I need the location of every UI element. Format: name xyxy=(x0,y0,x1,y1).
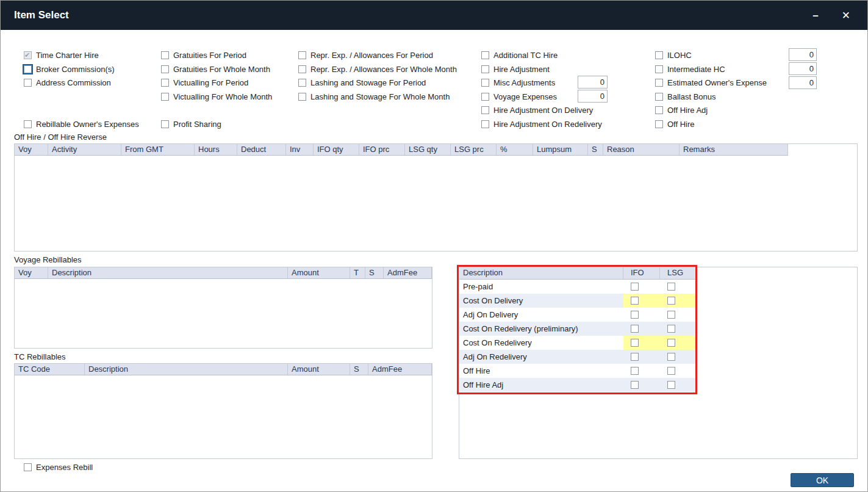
pre-paid-lsg-checkbox[interactable] xyxy=(667,283,675,291)
table-row-cost-on-redelivery-preliminary: Cost On Redelivery (preliminary) xyxy=(459,322,697,336)
row-description: Cost On Redelivery xyxy=(459,336,623,350)
checkbox-voyage-expenses[interactable]: Voyage Expenses xyxy=(481,92,557,101)
checkbox-off-hire[interactable]: Off Hire xyxy=(655,120,695,129)
checkbox-repr-exp-period[interactable]: Repr. Exp. / Allowances For Period xyxy=(298,51,433,60)
lashing-stowage-whole-month-checkbox[interactable] xyxy=(298,93,306,101)
col-header-voy: Voy xyxy=(15,267,48,278)
col-header-ifo: IFO xyxy=(623,267,660,279)
estimated-owners-expense-checkbox[interactable] xyxy=(655,79,663,87)
dialog-titlebar: Item Select – ✕ xyxy=(1,1,867,30)
adj-on-delivery-lsg-checkbox[interactable] xyxy=(667,311,675,319)
checkbox-hire-adjustment[interactable]: Hire Adjustment xyxy=(481,65,550,74)
profit-sharing-checkbox[interactable] xyxy=(161,120,169,128)
gratuities-for-whole-month-checkbox[interactable] xyxy=(161,65,169,73)
checkbox-intermediate-hc[interactable]: Intermediate HC xyxy=(655,65,725,74)
col-header-admfee: AdmFee xyxy=(368,364,432,375)
col-header-description: Description xyxy=(48,267,288,278)
off-hire-adj-ifo-checkbox[interactable] xyxy=(631,381,639,389)
checkbox-victualling-for-whole-month[interactable]: Victualling For Whole Month xyxy=(161,92,272,101)
checkbox-lashing-stowage-whole-month[interactable]: Lashing and Stowage For Whole Month xyxy=(298,92,450,101)
rebillable-owners-expenses-label: Rebillable Owner's Expenses xyxy=(36,120,139,129)
checkbox-hire-adjustment-on-delivery[interactable]: Hire Adjustment On Delivery xyxy=(481,106,593,115)
bunker-select-panel: Description IFO LSG Pre-paid Cost On Del… xyxy=(459,267,858,459)
off-hire-adj-lsg-checkbox[interactable] xyxy=(667,381,675,389)
ifo-cell xyxy=(623,364,660,378)
cost-on-redelivery-preliminary-lsg-checkbox[interactable] xyxy=(667,325,675,333)
off-hire-lsg-checkbox[interactable] xyxy=(667,367,675,375)
victualling-for-whole-month-checkbox[interactable] xyxy=(161,93,169,101)
expenses-rebill-checkbox[interactable] xyxy=(24,463,32,471)
lashing-stowage-period-checkbox[interactable] xyxy=(298,79,306,87)
additional-tc-hire-checkbox[interactable] xyxy=(481,51,489,59)
victualling-for-period-checkbox[interactable] xyxy=(161,79,169,87)
intermediate-hc-label: Intermediate HC xyxy=(667,65,725,74)
off-hire-label: Off Hire xyxy=(667,120,695,129)
repr-exp-whole-month-checkbox[interactable] xyxy=(298,65,306,73)
checkbox-additional-tc-hire[interactable]: Additional TC Hire xyxy=(481,51,558,60)
checkbox-rebillable-owners-expenses[interactable]: Rebillable Owner's Expenses xyxy=(24,120,139,129)
checkbox-gratuities-for-period[interactable]: Gratuities For Period xyxy=(161,51,246,60)
cost-on-redelivery-ifo-checkbox[interactable] xyxy=(631,339,639,347)
hire-adjustment-checkbox[interactable] xyxy=(481,65,489,73)
ballast-bonus-checkbox[interactable] xyxy=(655,93,663,101)
checkbox-address-commission[interactable]: Address Commission xyxy=(24,78,111,87)
checkbox-profit-sharing[interactable]: Profit Sharing xyxy=(161,120,221,129)
cost-on-delivery-lsg-checkbox[interactable] xyxy=(667,297,675,305)
checkbox-ballast-bonus[interactable]: Ballast Bonus xyxy=(655,92,716,101)
row-description: Adj On Delivery xyxy=(459,308,623,322)
off-hire-checkbox[interactable] xyxy=(655,120,663,128)
checkbox-off-hire-adj[interactable]: Off Hire Adj xyxy=(655,106,708,115)
item-select-dialog: Item Select – ✕ Time Charter Hire Broker… xyxy=(0,0,868,492)
checkbox-repr-exp-whole-month[interactable]: Repr. Exp. / Allowances For Whole Month xyxy=(298,65,457,74)
intermediate-hc-input[interactable] xyxy=(789,62,817,75)
rebillable-owners-expenses-checkbox[interactable] xyxy=(24,120,32,128)
hire-adjustment-on-redelivery-label: Hire Adjustment On Redelivery xyxy=(493,120,602,129)
checkbox-lashing-stowage-period[interactable]: Lashing and Stowage For Period xyxy=(298,78,426,87)
address-commission-checkbox[interactable] xyxy=(24,79,32,87)
misc-adjustments-input[interactable] xyxy=(578,76,608,89)
col-header-tc-code: TC Code xyxy=(15,364,85,375)
adj-on-delivery-ifo-checkbox[interactable] xyxy=(631,311,639,319)
checkbox-hire-adjustment-on-redelivery[interactable]: Hire Adjustment On Redelivery xyxy=(481,120,602,129)
checkbox-gratuities-for-whole-month[interactable]: Gratuities For Whole Month xyxy=(161,65,270,74)
repr-exp-period-checkbox[interactable] xyxy=(298,51,306,59)
checkbox-estimated-owners-expense[interactable]: Estimated Owner's Expense xyxy=(655,78,767,87)
checkbox-time-charter-hire[interactable]: Time Charter Hire xyxy=(24,51,99,60)
voyage-rebillables-section-label: Voyage Rebillables xyxy=(14,255,82,264)
adj-on-redelivery-ifo-checkbox[interactable] xyxy=(631,353,639,361)
broker-commissions-checkbox[interactable] xyxy=(24,65,32,73)
ilohc-input[interactable] xyxy=(789,48,817,61)
additional-tc-hire-label: Additional TC Hire xyxy=(493,51,558,60)
checkbox-ilohc[interactable]: ILOHC xyxy=(655,51,692,60)
misc-adjustments-checkbox[interactable] xyxy=(481,79,489,87)
close-icon[interactable]: ✕ xyxy=(842,10,850,21)
lsg-cell xyxy=(660,350,697,364)
adj-on-redelivery-lsg-checkbox[interactable] xyxy=(667,353,675,361)
voyage-expenses-checkbox[interactable] xyxy=(481,93,489,101)
ilohc-checkbox[interactable] xyxy=(655,51,663,59)
cost-on-delivery-ifo-checkbox[interactable] xyxy=(631,297,639,305)
pre-paid-ifo-checkbox[interactable] xyxy=(631,283,639,291)
intermediate-hc-checkbox[interactable] xyxy=(655,65,663,73)
cost-on-redelivery-preliminary-ifo-checkbox[interactable] xyxy=(631,325,639,333)
lashing-stowage-period-label: Lashing and Stowage For Period xyxy=(310,78,426,87)
lsg-cell xyxy=(660,308,697,322)
voyage-expenses-input[interactable] xyxy=(578,90,608,103)
estimated-owners-expense-input[interactable] xyxy=(789,76,817,89)
off-hire-adj-checkbox[interactable] xyxy=(655,106,663,114)
hire-adjustment-on-delivery-checkbox[interactable] xyxy=(481,106,489,114)
repr-exp-period-label: Repr. Exp. / Allowances For Period xyxy=(310,51,433,60)
dialog-title: Item Select xyxy=(14,9,69,21)
checkbox-misc-adjustments[interactable]: Misc Adjustments xyxy=(481,78,555,87)
minimize-icon[interactable]: – xyxy=(812,10,818,21)
gratuities-for-period-checkbox[interactable] xyxy=(161,51,169,59)
ok-button[interactable]: OK xyxy=(791,473,854,487)
tc-rebillables-table-header: TC Code Description Amount S AdmFee xyxy=(15,364,432,375)
col-header-deduct: Deduct xyxy=(237,144,286,155)
checkbox-victualling-for-period[interactable]: Victualling For Period xyxy=(161,78,248,87)
checkbox-expenses-rebill[interactable]: Expenses Rebill xyxy=(24,463,93,472)
hire-adjustment-on-redelivery-checkbox[interactable] xyxy=(481,120,489,128)
off-hire-ifo-checkbox[interactable] xyxy=(631,367,639,375)
cost-on-redelivery-lsg-checkbox[interactable] xyxy=(667,339,675,347)
checkbox-broker-commissions[interactable]: Broker Commission(s) xyxy=(24,65,115,74)
